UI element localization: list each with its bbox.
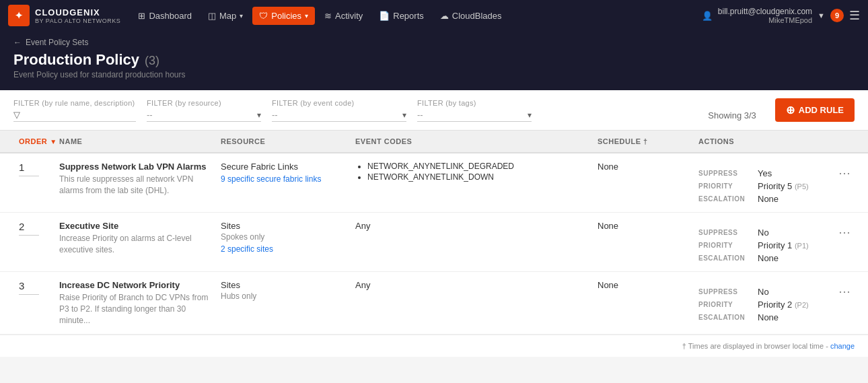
row1-priority-tag: (P5)	[795, 182, 809, 190]
filter-resource-wrap: -- ▾	[147, 110, 261, 122]
row1-suppress-val: Yes	[758, 168, 772, 178]
escalation-label: ESCALATION	[698, 254, 752, 262]
row1-more-button[interactable]: ⋯	[833, 163, 856, 183]
policies-icon: 🛡	[259, 11, 268, 21]
event-code-item: NETWORK_ANYNETLINK_DEGRADED	[367, 162, 587, 171]
navbar: ✦ CLOUDGENIX BY PALO ALTO NETWORKS ⊞ Das…	[0, 0, 868, 31]
row3-escalation-val: None	[758, 312, 779, 322]
row3-priority-row: PRIORITY Priority 2 (P2)	[698, 300, 822, 310]
row3-schedule: None	[592, 272, 693, 298]
user-dropdown-icon: ▼	[818, 11, 825, 20]
row2-resource-cell: Sites Spokes only 2 specific sites	[215, 213, 350, 262]
page-subtitle: Event Policy used for standard productio…	[13, 70, 855, 79]
user-email: bill.pruitt@cloudgenix.com	[718, 7, 812, 16]
col-event-codes[interactable]: EVENT CODES	[350, 131, 592, 152]
row3-actions-cell: SUPPRESS No PRIORITY Priority 2 (P2) ESC…	[693, 272, 828, 330]
page-header: ← Event Policy Sets Production Policy (3…	[0, 31, 868, 90]
col-schedule[interactable]: SCHEDULE †	[592, 131, 693, 152]
filter-group-name: FILTER (by rule name, description) ▽	[13, 99, 136, 122]
row2-order: 2	[13, 213, 54, 244]
filter-group-resource: FILTER (by resource) -- ▾	[147, 99, 261, 122]
filter-eventcode-chevron-icon: ▾	[402, 110, 406, 120]
row1-resource-link[interactable]: 9 specific secure fabric links	[221, 174, 345, 184]
filter-bar: FILTER (by rule name, description) ▽ FIL…	[0, 90, 868, 131]
user-pod: MikeTMEpod	[768, 16, 812, 24]
map-icon: ◫	[208, 11, 216, 21]
priority-label: PRIORITY	[698, 182, 752, 190]
filter-resource-select[interactable]: --	[147, 110, 257, 120]
col-name[interactable]: NAME	[54, 131, 215, 152]
col-resource[interactable]: RESOURCE	[215, 131, 350, 152]
nav-map[interactable]: ◫ Map ▾	[201, 7, 250, 25]
nav-right: 👤 bill.pruitt@cloudgenix.com MikeTMEpod …	[702, 7, 860, 24]
filter-resource-chevron-icon: ▾	[257, 110, 261, 120]
nav-dashboard-label: Dashboard	[149, 11, 192, 21]
table-row: 1 Suppress Network Lab VPN Alarms This r…	[0, 153, 868, 213]
priority-label: PRIORITY	[698, 301, 752, 308]
nav-map-label: Map	[219, 11, 236, 21]
row1-resource-type: Secure Fabric Links	[221, 162, 345, 172]
row2-suppress-row: SUPPRESS No	[698, 228, 822, 238]
row2-escalation-row: ESCALATION None	[698, 253, 822, 263]
row2-name-cell: Executive Site Increase Priority on alar…	[54, 213, 215, 264]
filter-eventcode-select[interactable]: --	[272, 110, 402, 120]
filter-group-tags: FILTER (by tags) -- ▾	[417, 99, 532, 122]
filter3-label: FILTER (by event code)	[272, 99, 406, 107]
col-more	[828, 131, 855, 152]
filter-tags-chevron-icon: ▾	[528, 110, 532, 120]
user-info[interactable]: bill.pruitt@cloudgenix.com MikeTMEpod	[718, 7, 812, 24]
order-line	[19, 176, 39, 176]
showing-count: Showing 3/3	[708, 110, 756, 120]
back-arrow-icon[interactable]: ←	[13, 38, 22, 47]
row2-resource-link[interactable]: 2 specific sites	[221, 244, 345, 254]
table-row: 2 Executive Site Increase Priority on al…	[0, 213, 868, 272]
page-count: (3)	[145, 54, 159, 68]
logo[interactable]: ✦ CLOUDGENIX BY PALO ALTO NETWORKS	[8, 5, 120, 26]
table-row: 3 Increase DC Network Priority Raise Pri…	[0, 272, 868, 335]
hamburger-icon[interactable]: ☰	[849, 8, 860, 23]
breadcrumb-label[interactable]: Event Policy Sets	[26, 38, 88, 47]
row3-more-button[interactable]: ⋯	[833, 281, 856, 302]
row3-escalation-row: ESCALATION None	[698, 312, 822, 322]
filter4-label: FILTER (by tags)	[417, 99, 532, 107]
suppress-label: SUPPRESS	[698, 229, 752, 236]
filter-funnel-icon: ▽	[13, 110, 20, 120]
row3-name: Increase DC Network Priority	[59, 280, 210, 290]
row3-resource-cell: Sites Hubs only	[215, 272, 350, 309]
col-actions[interactable]: ACTIONS	[693, 131, 828, 152]
row2-more-button[interactable]: ⋯	[833, 222, 856, 242]
row3-suppress-row: SUPPRESS No	[698, 287, 822, 297]
add-rule-button[interactable]: ⊕ ADD RULE	[775, 98, 855, 122]
row2-event-any: Any	[355, 221, 370, 231]
row1-actions-cell: SUPPRESS Yes PRIORITY Priority 5 (P5) ES…	[693, 153, 828, 212]
row3-resource-type: Sites	[221, 280, 345, 290]
nav-policies[interactable]: 🛡 Policies ▾	[252, 7, 315, 25]
row3-priority-val: Priority 2 (P2)	[758, 300, 809, 310]
nav-reports[interactable]: 📄 Reports	[372, 7, 431, 25]
row2-events-cell: Any	[350, 213, 592, 239]
row1-event-codes: NETWORK_ANYNETLINK_DEGRADED NETWORK_ANYN…	[355, 162, 587, 182]
breadcrumb: ← Event Policy Sets	[13, 38, 855, 47]
row3-events-cell: Any	[350, 272, 592, 298]
nav-cloudblades[interactable]: ☁ CloudBlades	[433, 7, 509, 25]
nav-activity[interactable]: ≋ Activity	[318, 7, 369, 25]
row2-more-cell: ⋯	[828, 213, 855, 250]
brand-sub: BY PALO ALTO NETWORKS	[35, 18, 120, 24]
event-code-item: NETWORK_ANYNETLINK_DOWN	[367, 172, 587, 182]
brand-name: CLOUDGENIX	[35, 7, 120, 18]
notification-badge[interactable]: 9	[830, 9, 844, 22]
filter-tags-select[interactable]: --	[417, 110, 528, 120]
page-title-row: Production Policy (3)	[13, 51, 855, 69]
nav-dashboard[interactable]: ⊞ Dashboard	[131, 7, 198, 25]
row2-priority-row: PRIORITY Priority 1 (P1)	[698, 240, 822, 250]
col-order[interactable]: ORDER ▼	[13, 131, 54, 152]
row3-priority-tag: (P2)	[795, 301, 809, 309]
footnote-change-link[interactable]: change	[830, 342, 855, 350]
filter-name-input[interactable]	[23, 110, 136, 120]
map-arrow-icon: ▾	[240, 12, 243, 20]
nav-reports-label: Reports	[393, 11, 424, 21]
row1-desc: This rule suppresses all network VPN ala…	[59, 174, 210, 197]
row1-resource-cell: Secure Fabric Links 9 specific secure fa…	[215, 153, 350, 192]
footnote: † Times are displayed in browser local t…	[0, 335, 868, 357]
row1-name: Suppress Network Lab VPN Alarms	[59, 162, 210, 172]
